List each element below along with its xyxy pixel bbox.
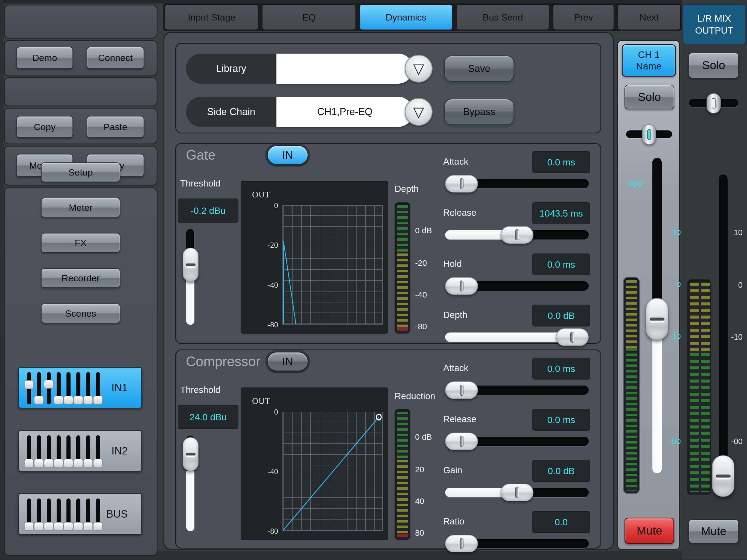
library-label: Library [216,63,246,74]
compressor-threshold-value: 24.0 dBu [178,405,238,429]
compressor-ratio-slider[interactable] [445,539,589,548]
bank-in1-label: IN1 [111,382,128,394]
gate-depth-value: 0.0 dB [532,305,590,327]
channel-mute-button[interactable]: Mute [624,518,674,544]
slider-knob[interactable] [556,328,589,346]
slider-knob[interactable] [445,535,478,552]
compressor-ratio-label: Ratio [443,516,464,527]
master-pan-knob[interactable] [706,93,721,113]
paste-label: Paste [104,122,127,132]
channel-scale-inf: -00 [662,437,681,446]
sidebar-item-scenes[interactable]: Scenes [41,304,120,323]
bank-bus-button[interactable]: BUS [18,493,142,535]
connect-button[interactable]: Connect [87,47,144,69]
master-mute-button[interactable]: Mute [689,519,739,543]
bypass-label: Bypass [463,106,495,118]
gate-attack-slider[interactable] [445,179,589,188]
demo-button[interactable]: Demo [17,47,73,69]
mini-fader-track [86,435,90,467]
master-header-button[interactable]: L/R MIX OUTPUT [683,4,746,44]
tab-bus-send-label: Bus Send [483,12,523,23]
mini-fader-knob [73,459,83,467]
mini-fader-track [47,435,51,467]
master-solo-label: Solo [702,59,725,72]
channel-scale-10: 10 [662,228,681,237]
compressor-release-label: Release [443,414,476,424]
gate-release-slider[interactable] [445,230,589,239]
mini-fader-track [27,372,31,404]
mini-fader-track [37,499,41,531]
copy-button[interactable]: Copy [17,116,73,138]
fader-fill [652,319,662,473]
channel-name-button[interactable]: CH 1 Name [622,44,676,77]
gate-hold-slider[interactable] [445,281,589,291]
compressor-meter-tick-1: 20 [415,465,448,474]
compressor-threshold-label: Threshold [180,385,221,395]
fx-label: FX [75,238,86,248]
tab-eq[interactable]: EQ [262,4,356,30]
compressor-reduction-meter [394,409,410,540]
mini-fader-track [67,499,71,531]
gate-hold-value: 0.0 ms [532,253,590,275]
tab-bus-send[interactable]: Bus Send [456,4,549,30]
bank-in1-button[interactable]: IN1 [18,367,142,408]
bank-in2-label: IN2 [111,445,128,457]
gate-release-value: 1043.5 ms [532,202,590,224]
mini-fader-track [86,499,90,531]
mini-fader-knob [93,459,103,467]
bank-in2-button[interactable]: IN2 [18,430,142,472]
compressor-meter-tick-2: 40 [415,497,448,506]
bypass-button[interactable]: Bypass [444,99,514,125]
demo-label: Demo [32,52,57,63]
gate-release-text: 1043.5 ms [539,208,583,219]
sidebar-item-recorder[interactable]: Recorder [41,268,120,288]
master-scale-10: 10 [723,228,743,237]
library-field[interactable] [277,54,413,84]
compressor-attack-label: Attack [443,363,468,373]
sidechain-field[interactable]: CH1,Pre-EQ [277,97,413,127]
tab-prev[interactable]: Prev [553,4,614,30]
compressor-gain-slider[interactable] [445,488,589,497]
slider-knob[interactable] [445,381,478,399]
gate-threshold-knob[interactable] [183,248,199,282]
gate-ytick-20: -20 [254,240,278,250]
compressor-in-button[interactable]: IN [267,352,308,371]
gate-in-button[interactable]: IN [267,145,308,165]
mini-fader-knob [24,459,34,467]
master-meter [687,279,711,495]
gate-depth-meter [394,202,410,334]
save-button[interactable]: Save [444,55,514,82]
channel-solo-button[interactable]: Solo [624,85,674,109]
compressor-gain-text: 0.0 dB [548,466,574,476]
mini-fader-knob [54,459,63,467]
compressor-threshold-knob[interactable] [183,437,199,471]
tab-next[interactable]: Next [617,4,681,30]
paste-button[interactable]: Paste [87,116,144,138]
mini-fader-knob [83,396,93,404]
compressor-release-slider[interactable] [445,437,589,446]
master-fader-knob[interactable] [712,455,735,497]
slider-knob[interactable] [445,433,478,450]
channel-pan-knob[interactable] [642,124,656,145]
gate-in-label: IN [282,149,293,161]
master-solo-button[interactable]: Solo [689,52,739,78]
slider-knob[interactable] [445,175,478,193]
sidebar-item-meter[interactable]: Meter [41,198,120,218]
compressor-meter-tick-0: 0 dB [415,432,448,441]
compressor-plot-area [282,412,383,531]
tab-input-stage[interactable]: Input Stage [164,4,259,30]
gate-depth-label: Depth [443,310,467,320]
sidebar-item-setup[interactable]: Setup [41,162,120,182]
library-dropdown-button[interactable]: ▽ [405,55,433,82]
slider-knob[interactable] [500,226,534,244]
slider-fill [445,332,572,342]
tab-dynamics[interactable]: Dynamics [359,4,453,30]
slider-knob[interactable] [500,484,534,501]
gate-depth-slider[interactable] [445,332,589,342]
mixer-app: Demo Connect Copy Paste Monitor Play Set… [0,0,747,560]
compressor-attack-slider[interactable] [445,385,589,395]
sidechain-dropdown-button[interactable]: ▽ [405,98,433,126]
slider-knob[interactable] [445,277,478,295]
gate-meter-tick-1: -20 [415,258,448,268]
sidebar-item-fx[interactable]: FX [41,233,120,253]
